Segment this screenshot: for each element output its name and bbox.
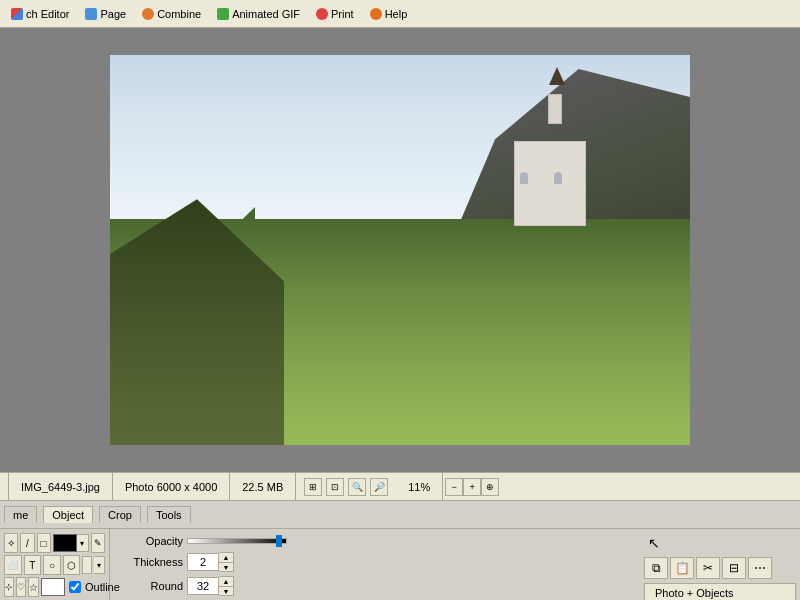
round-up-btn[interactable]: ▲ [219,577,233,586]
menu-item-print[interactable]: Print [309,5,361,23]
action-icon-row: ⧉ 📋 ✂ ⊟ ⋯ [644,557,796,579]
gif-icon [217,8,229,20]
opacity-thumb[interactable] [276,535,282,547]
zoom-plus-btn[interactable]: + [463,478,481,496]
outline-row: Outline [41,578,120,596]
status-filesize: 22.5 MB [230,473,296,500]
thickness-row: Thickness ▲ ▼ [118,552,632,572]
fit-icon-btn[interactable]: ⊞ [304,478,322,496]
status-bar: IMG_6449-3.jpg Photo 6000 x 4000 22.5 MB… [0,472,800,500]
print-icon [316,8,328,20]
menu-label-print: Print [331,8,354,20]
thickness-up-btn[interactable]: ▲ [219,553,233,562]
heart-tool-btn[interactable]: ♡ [16,577,26,597]
help-icon [370,8,382,20]
menu-item-combine[interactable]: Combine [135,5,208,23]
tools-panel: ⟡ / □ ▾ ✎ ⬜ T ○ ⬡ [0,529,110,600]
thickness-spin-buttons: ▲ ▼ [219,552,234,572]
thickness-label: Thickness [118,556,183,568]
menu-bar: ch Editor Page Combine Animated GIF Prin… [0,0,800,28]
round-spinner: ▲ ▼ [187,576,234,596]
tab-tools[interactable]: Tools [147,506,191,523]
cursor-row: ↖ [644,533,796,553]
move-tool-btn[interactable]: ⊹ [4,577,14,597]
polygon-tool-btn[interactable]: ⬡ [63,555,81,575]
props-panel: Opacity Thickness ▲ ▼ [110,529,640,600]
zoom-options-btn[interactable]: ⊕ [481,478,499,496]
menu-item-help[interactable]: Help [363,5,415,23]
zoom-in-icon-btn[interactable]: 🔍 [348,478,366,496]
round-down-btn[interactable]: ▼ [219,586,233,595]
text-tool-btn[interactable]: T [24,555,42,575]
round-input[interactable] [187,577,219,595]
thickness-down-btn[interactable]: ▼ [219,562,233,571]
lasso-tool-btn[interactable]: ⟡ [4,533,18,553]
round-spin-buttons: ▲ ▼ [219,576,234,596]
photo-objects-btn[interactable]: Photo + Objects [644,583,796,600]
toolbar-content: ⟡ / □ ▾ ✎ ⬜ T ○ ⬡ [0,529,800,600]
circle-tool-btn[interactable]: ○ [43,555,61,575]
tab-object[interactable]: Object [43,506,93,523]
opacity-track [187,538,287,544]
menu-label-help: Help [385,8,408,20]
menu-label-gif: Animated GIF [232,8,300,20]
line-preview [82,556,92,574]
thickness-spinner: ▲ ▼ [187,552,234,572]
object-align-btn[interactable]: ⊟ [722,557,746,579]
object-copy-btn[interactable]: ⧉ [644,557,668,579]
zoom-out-icon-btn[interactable]: 🔎 [370,478,388,496]
editor-icon [11,8,23,20]
rect-tool-btn[interactable]: □ [37,533,51,553]
tab-home[interactable]: me [4,506,37,523]
round-row: Round ▲ ▼ [118,576,632,596]
outline-checkbox[interactable] [69,581,81,593]
outline-swatch[interactable] [41,578,65,596]
bottom-toolbar: me Object Crop Tools ⟡ / □ ▾ ✎ [0,500,800,600]
tool-row-1: ⟡ / □ ▾ ✎ [4,533,105,553]
opacity-label: Opacity [118,535,183,547]
combine-icon [142,8,154,20]
object-cut-btn[interactable]: ✂ [696,557,720,579]
menu-label-editor: ch Editor [26,8,69,20]
object-more-btn[interactable]: ⋯ [748,557,772,579]
round-label: Round [118,580,183,592]
tool-row-3: ⊹ ♡ ☆ Outline [4,577,105,597]
menu-item-gif[interactable]: Animated GIF [210,5,307,23]
canvas-area[interactable] [0,28,800,472]
color-dropdown-arrow[interactable]: ▾ [77,534,89,552]
image-container [110,55,690,445]
eyedropper-tool-btn[interactable]: ✎ [91,533,105,553]
menu-item-page[interactable]: Page [78,5,133,23]
action-panel: ↖ ⧉ 📋 ✂ ⊟ ⋯ Photo + Objects [640,529,800,600]
castle-image [110,55,690,445]
thickness-input[interactable] [187,553,219,571]
zoom-fit-btn[interactable]: ⊡ [326,478,344,496]
line-dropdown-arrow[interactable]: ▾ [94,556,105,574]
zoom-minus-btn[interactable]: − [445,478,463,496]
opacity-row: Opacity [118,533,632,548]
toolbar-tabs: me Object Crop Tools [0,501,800,529]
status-dimensions: Photo 6000 x 4000 [113,473,230,500]
page-icon [85,8,97,20]
menu-item-editor[interactable]: ch Editor [4,5,76,23]
menu-label-combine: Combine [157,8,201,20]
pencil-tool-btn[interactable]: / [20,533,34,553]
star-tool-btn[interactable]: ☆ [28,577,39,597]
status-icons-group: ⊞ ⊡ 🔍 🔎 [296,478,396,496]
main-area: IMG_6449-3.jpg Photo 6000 x 4000 22.5 MB… [0,28,800,600]
object-paste-btn[interactable]: 📋 [670,557,694,579]
status-zoom: 11% [396,473,443,500]
opacity-slider[interactable] [187,534,287,548]
status-filename: IMG_6449-3.jpg [8,473,113,500]
color-swatch[interactable] [53,534,77,552]
select-tool-btn[interactable]: ⬜ [4,555,22,575]
menu-label-page: Page [100,8,126,20]
tab-crop[interactable]: Crop [99,506,141,523]
tool-row-2: ⬜ T ○ ⬡ ▾ [4,555,105,575]
color-picker[interactable]: ▾ [53,534,89,552]
cursor-icon: ↖ [644,533,664,553]
